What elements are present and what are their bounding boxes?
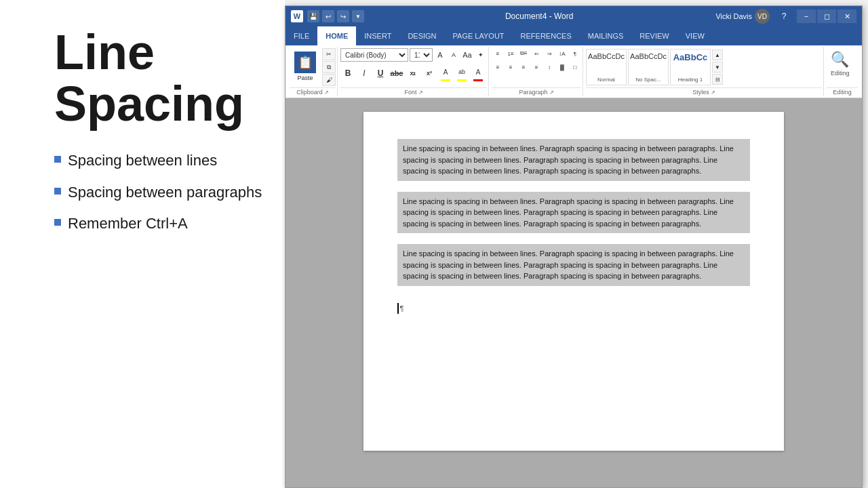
tab-page-layout[interactable]: PAGE LAYOUT [445,26,513,45]
paste-icon: 📋 [294,52,316,73]
clipboard-expand-icon[interactable]: ↗ [324,89,329,96]
increase-indent-button[interactable]: ⇒ [543,48,555,59]
editing-group: 🔍 Editing Editing [825,47,859,96]
font-row2: B I U abc x₂ x² A ab [340,64,486,81]
close-button[interactable]: ✕ [837,9,856,23]
user-info: Vicki Davis VD [711,9,774,24]
tab-mailings[interactable]: MAILINGS [580,26,632,45]
show-marks-button[interactable]: ¶ [569,48,581,59]
align-left-button[interactable]: ≡ [492,62,504,73]
customize-qat-button[interactable]: ▼ [352,10,364,22]
multilevel-button[interactable]: ⧉≡ [517,48,530,59]
font-label: Font ↗ [340,87,487,96]
restore-button[interactable]: ◻ [817,9,836,23]
text-effects-button[interactable]: A [438,64,453,79]
italic-button[interactable]: I [357,66,372,81]
decrease-indent-button[interactable]: ⇐ [530,48,542,59]
borders-button[interactable]: □ [569,62,581,73]
copy-button[interactable]: ⧉ [322,61,336,73]
paragraph-2-text: Line spacing is spacing in between lines… [403,197,734,228]
tab-home[interactable]: HOME [317,26,356,45]
font-size-select[interactable]: 11 [410,48,433,62]
paragraph-1[interactable]: Line spacing is spacing in between lines… [397,139,750,181]
editing-find-button[interactable]: 🔍 Editing [827,48,854,86]
change-case-button[interactable]: Aa [461,49,473,61]
minimize-button[interactable]: − [797,9,816,23]
slide-title: Line Spacing [54,27,264,129]
strikethrough-button[interactable]: abc [389,66,404,81]
bullet-item-2: Spacing between paragraphs [54,183,264,203]
clipboard-group: 📋 Paste ✂ ⧉ 🖌 Clipboard ↗ [288,47,338,96]
undo-qat-button[interactable]: ↩ [322,10,334,22]
cut-button[interactable]: ✂ [322,48,336,60]
paragraph-expand-icon[interactable]: ↗ [549,89,554,96]
paragraph-2[interactable]: Line spacing is spacing in between lines… [397,192,750,234]
tab-references[interactable]: REFERENCES [513,26,580,45]
format-painter-button[interactable]: 🖌 [322,74,336,86]
redo-qat-button[interactable]: ↪ [337,10,349,22]
bold-button[interactable]: B [340,66,355,81]
style-no-spacing[interactable]: AaBbCcDc No Spac... [628,49,669,85]
clipboard-label: Clipboard ↗ [290,87,336,96]
styles-group-inner: AaBbCcDc Normal AaBbCcDc No Spac... AaBb… [586,48,822,87]
user-name: Vicki Davis [715,12,752,20]
align-right-button[interactable]: ≡ [517,62,530,73]
style-scroll-up[interactable]: ▲ [712,49,723,60]
tab-design[interactable]: DESIGN [399,26,444,45]
grow-font-button[interactable]: A [434,49,446,61]
user-avatar: VD [755,9,770,24]
highlight-button[interactable]: ab [454,64,469,79]
paragraph-3[interactable]: Line spacing is spacing in between lines… [397,244,750,286]
style-scroll-down[interactable]: ▼ [712,62,723,73]
para-row1: ≡ 1≡ ⧉≡ ⇐ ⇒ ↕A ¶ [492,48,581,59]
ribbon-tab-bar: FILE HOME INSERT DESIGN PAGE LAYOUT REFE… [285,26,862,45]
editing-label: Editing [831,70,850,77]
bullet-list: Spacing between lines Spacing between pa… [54,151,264,234]
font-row1: Calibri (Body) 11 A A Aa ✦ [340,48,487,62]
style-gallery: AaBbCcDc Normal AaBbCcDc No Spac... AaBb… [586,49,711,85]
tab-view[interactable]: VIEW [677,26,713,45]
document-area[interactable]: Line spacing is spacing in between lines… [285,98,862,487]
paragraph-group: ≡ 1≡ ⧉≡ ⇐ ⇒ ↕A ¶ ≡ ≡ ≡ ≡ [490,47,583,96]
sort-button[interactable]: ↕A [556,48,568,59]
editing-group-inner: 🔍 Editing [827,48,858,87]
style-normal-preview: AaBbCcDc [588,52,625,60]
save-qat-button[interactable]: 💾 [307,10,319,22]
bullet-item-3: Remember Ctrl+A [54,214,264,234]
font-color-wrapper: A [438,64,453,81]
clear-formatting-button[interactable]: ✦ [475,49,487,61]
window-controls: − ◻ ✕ [797,9,856,23]
center-button[interactable]: ≡ [505,62,517,73]
paste-button[interactable]: 📋 Paste [290,48,321,85]
highlight-wrapper: ab [454,64,469,81]
tab-review[interactable]: REVIEW [631,26,677,45]
style-normal-label: Normal [597,77,615,83]
shrink-font-button[interactable]: A [448,49,460,61]
superscript-button[interactable]: x² [422,66,437,81]
help-icon[interactable]: ? [778,12,790,21]
justify-button[interactable]: ≡ [530,62,542,73]
style-expand[interactable]: ⊟ [712,74,723,85]
line-spacing-button[interactable]: ↕ [543,62,555,73]
tab-insert[interactable]: INSERT [356,26,399,45]
word-window: W 💾 ↩ ↪ ▼ Document4 - Word Vicki Davis V… [285,5,863,488]
paragraph-1-text: Line spacing is spacing in between lines… [403,144,734,175]
shading-button[interactable]: ▓ [556,62,568,73]
font-group: Calibri (Body) 11 A A Aa ✦ B [339,47,489,96]
font-name-select[interactable]: Calibri (Body) [340,48,408,62]
paste-label: Paste [297,75,313,81]
tab-file[interactable]: FILE [285,26,317,45]
style-nospace-label: No Spac... [635,77,660,83]
bullet-text-1: Spacing between lines [68,151,217,171]
style-normal[interactable]: AaBbCcDc Normal [586,49,627,85]
font-expand-icon[interactable]: ↗ [418,89,423,96]
numbering-button[interactable]: 1≡ [505,48,517,59]
subscript-button[interactable]: x₂ [406,66,420,81]
underline-button[interactable]: U [373,66,388,81]
bullets-button[interactable]: ≡ [492,48,504,59]
font-color-button[interactable]: A [471,64,486,79]
style-heading1[interactable]: AaBbCc Heading 1 [670,49,711,85]
ribbon: FILE HOME INSERT DESIGN PAGE LAYOUT REFE… [285,26,862,98]
style-gallery-controls: ▲ ▼ ⊟ [712,49,723,85]
styles-expand-icon[interactable]: ↗ [711,89,715,96]
